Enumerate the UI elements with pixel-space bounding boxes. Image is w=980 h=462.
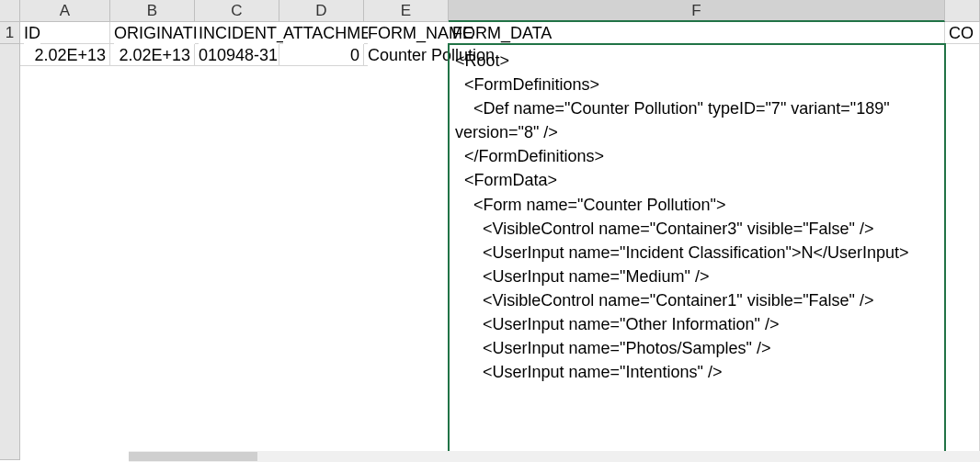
cell-B2[interactable]: 2.02E+13 — [110, 44, 195, 66]
cell-D2[interactable]: 0 — [279, 44, 364, 66]
cell-F2-editing[interactable]: <Root> <FormDefinitions> <Def name="Coun… — [448, 43, 946, 460]
column-header-G-partial[interactable] — [945, 0, 980, 22]
spreadsheet-grid[interactable]: A B C D E F 1 ID ORIGINATING_ID INCIDENT… — [0, 0, 980, 460]
column-header-A[interactable]: A — [20, 0, 110, 22]
cell-E2[interactable]: Counter Pollution — [364, 44, 449, 66]
cell-C2[interactable]: 010948-31 — [195, 44, 279, 66]
cell-A2[interactable]: 2.02E+13 — [20, 44, 110, 66]
cell-D1[interactable]: ATTACHMENT_ID — [279, 22, 364, 44]
row-header-1[interactable]: 1 — [0, 22, 20, 44]
cell-A1-text: ID — [24, 22, 40, 44]
cell-G2[interactable] — [945, 44, 980, 460]
column-header-B[interactable]: B — [110, 0, 195, 22]
cell-A1[interactable]: ID — [20, 22, 110, 44]
horizontal-scrollbar[interactable] — [129, 451, 980, 460]
cell-F1[interactable]: FORM_DATA — [449, 22, 945, 44]
column-header-D[interactable]: D — [279, 0, 364, 22]
cell-G1[interactable]: CO — [945, 22, 980, 44]
column-header-F[interactable]: F — [449, 0, 945, 22]
column-header-C[interactable]: C — [195, 0, 279, 22]
cell-E1[interactable]: FORM_NAME — [364, 22, 449, 44]
column-header-E[interactable]: E — [364, 0, 449, 22]
row-header-2[interactable] — [0, 44, 20, 460]
horizontal-scrollbar-thumb[interactable] — [129, 452, 257, 460]
cell-B1[interactable]: ORIGINATING_ID — [110, 22, 195, 44]
cell-C1[interactable]: INCIDENT_NUMBER — [195, 22, 279, 44]
select-all-corner[interactable] — [0, 0, 20, 22]
